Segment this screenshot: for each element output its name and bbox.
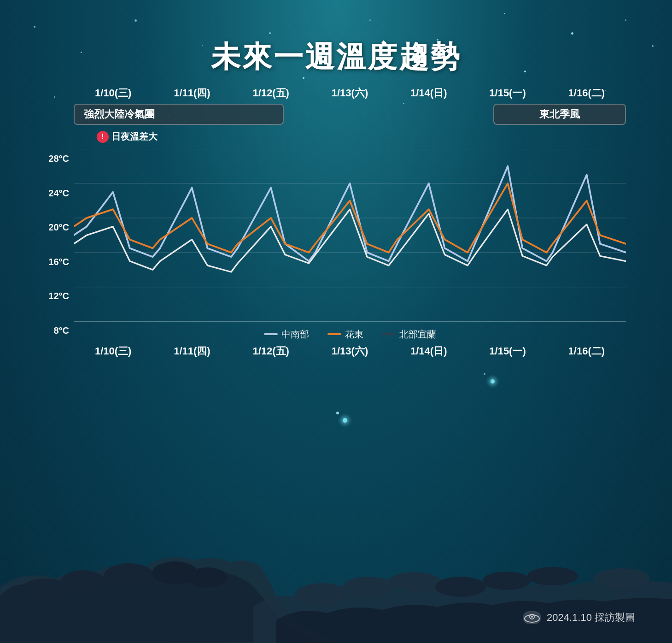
legend: 中南部花東北部宜蘭 bbox=[74, 328, 626, 341]
date-top-4: 1/14(日) bbox=[389, 86, 468, 100]
beibu-yilan-line bbox=[74, 209, 626, 272]
date-bottom-6: 1/16(二) bbox=[547, 344, 626, 358]
date-top-6: 1/16(二) bbox=[547, 86, 626, 100]
main-title: 未來一週溫度趨勢 bbox=[37, 37, 635, 77]
legend-line-2 bbox=[382, 333, 396, 335]
chart-container: 未來一週溫度趨勢 1/10(三)1/11(四)1/12(五)1/13(六)1/1… bbox=[37, 37, 635, 449]
banner-right: 東北季風 bbox=[493, 104, 626, 125]
date-bottom-4: 1/14(日) bbox=[389, 344, 468, 358]
warning-text: 日夜溫差大 bbox=[111, 130, 158, 143]
warning-label: ! 日夜溫差大 bbox=[97, 130, 158, 143]
banners-row: 強烈大陸冷氣團 東北季風 bbox=[74, 104, 626, 127]
legend-item-2: 北部宜蘭 bbox=[382, 328, 436, 341]
date-bottom-1: 1/11(四) bbox=[152, 344, 231, 358]
y-label-0: 8°C bbox=[39, 325, 69, 336]
footer: 2024.1.10 採訪製圖 bbox=[523, 611, 635, 625]
date-top-0: 1/10(三) bbox=[74, 86, 152, 100]
temperature-chart bbox=[74, 149, 626, 322]
y-label-5: 28°C bbox=[39, 153, 69, 164]
svg-point-21 bbox=[531, 616, 533, 618]
footer-text: 2024.1.10 採訪製圖 bbox=[547, 611, 635, 625]
legend-line-0 bbox=[264, 333, 278, 335]
y-label-3: 20°C bbox=[39, 222, 69, 233]
date-top-5: 1/15(一) bbox=[468, 86, 547, 100]
legend-label-2: 北部宜蘭 bbox=[399, 328, 436, 341]
banner-left: 強烈大陸冷氣團 bbox=[74, 104, 284, 125]
legend-item-0: 中南部 bbox=[264, 328, 309, 341]
y-label-1: 12°C bbox=[39, 291, 69, 301]
legend-item-1: 花東 bbox=[327, 328, 363, 341]
date-bottom-0: 1/10(三) bbox=[74, 344, 152, 358]
date-top-3: 1/13(六) bbox=[310, 86, 389, 100]
y-label-2: 16°C bbox=[39, 257, 69, 267]
date-bottom-3: 1/13(六) bbox=[310, 344, 389, 358]
date-row-bottom: 1/10(三)1/11(四)1/12(五)1/13(六)1/14(日)1/15(… bbox=[74, 344, 626, 358]
zhongnanbu-line bbox=[74, 166, 626, 261]
graph-svg bbox=[74, 149, 626, 324]
y-label-4: 24°C bbox=[39, 188, 69, 199]
warning-icon: ! bbox=[97, 131, 109, 143]
date-bottom-2: 1/12(五) bbox=[232, 344, 310, 358]
date-top-1: 1/11(四) bbox=[152, 86, 231, 100]
date-bottom-5: 1/15(一) bbox=[468, 344, 547, 358]
y-axis: 8°C12°C16°C20°C24°C28°C bbox=[39, 149, 69, 341]
legend-line-1 bbox=[327, 333, 341, 335]
legend-label-1: 花東 bbox=[345, 328, 363, 341]
legend-label-0: 中南部 bbox=[281, 328, 309, 341]
date-row-top: 1/10(三)1/11(四)1/12(五)1/13(六)1/14(日)1/15(… bbox=[74, 86, 626, 100]
chart-area: 1/10(三)1/11(四)1/12(五)1/13(六)1/14(日)1/15(… bbox=[37, 86, 635, 358]
date-top-2: 1/12(五) bbox=[232, 86, 310, 100]
footer-logo-icon bbox=[523, 611, 541, 624]
graph-wrapper: 8°C12°C16°C20°C24°C28°C bbox=[74, 149, 626, 341]
